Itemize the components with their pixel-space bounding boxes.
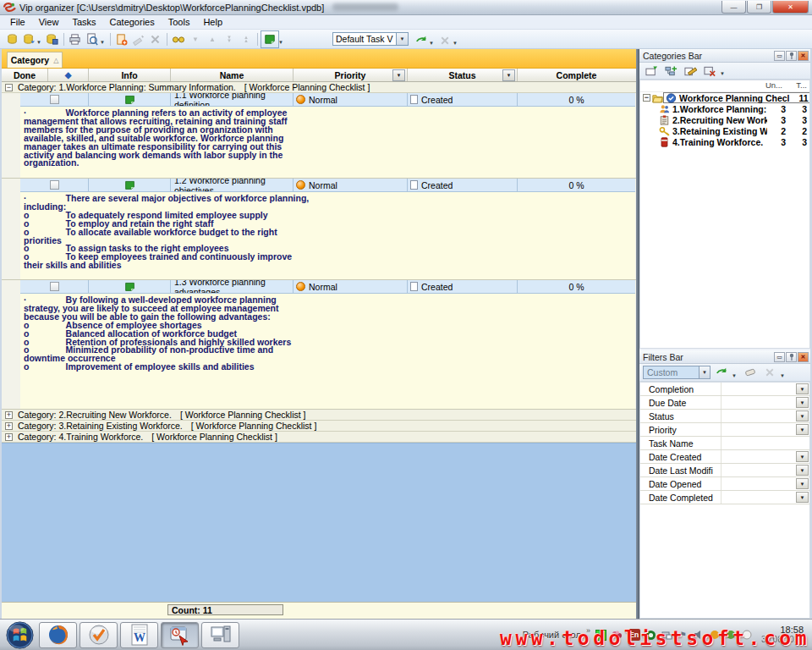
- delete-task-button[interactable]: [147, 31, 164, 47]
- panel-minimize-button[interactable]: ▭: [774, 352, 785, 362]
- collapse-icon[interactable]: −: [5, 84, 13, 91]
- info-cell[interactable]: [89, 93, 171, 107]
- column-header-priority-icon[interactable]: ◆: [48, 69, 89, 81]
- tree-item-category-4[interactable]: 4.Training Workforce. 3 3: [640, 136, 809, 147]
- filter-value-field[interactable]: [721, 477, 796, 490]
- panel-close-button[interactable]: ✕: [798, 51, 809, 61]
- filter-value-field[interactable]: [721, 464, 796, 476]
- task-row[interactable]: 1.2 Workforce planning objectives Normal…: [2, 179, 636, 192]
- clear-filter-button[interactable]: [742, 365, 759, 381]
- panel-pin-button[interactable]: [786, 352, 797, 362]
- delete-category-button[interactable]: [701, 63, 718, 79]
- info-cell[interactable]: [89, 280, 171, 294]
- print-preview-button[interactable]: [84, 31, 101, 47]
- panel-minimize-button[interactable]: ▭: [774, 51, 785, 61]
- menu-tools[interactable]: Tools: [162, 16, 197, 28]
- notes-toggle-button[interactable]: [261, 30, 279, 48]
- priority-filter-dropdown[interactable]: ▼: [392, 69, 405, 81]
- move-bottom-button[interactable]: ▼ ▼: [221, 31, 238, 47]
- info-cell[interactable]: [89, 179, 171, 192]
- taskbar-firefox-button[interactable]: [39, 622, 77, 648]
- edit-category-button[interactable]: [682, 63, 699, 79]
- apply-filter-button[interactable]: [713, 365, 730, 381]
- menu-file[interactable]: File: [3, 16, 32, 28]
- task-name-cell[interactable]: 1.2 Workforce planning objectives: [171, 179, 294, 192]
- new-subcategory-button[interactable]: [662, 63, 679, 79]
- combobox-arrow-icon[interactable]: ▼: [396, 33, 408, 45]
- status-filter-dropdown[interactable]: ▼: [502, 69, 515, 81]
- restore-button[interactable]: ❐: [747, 1, 771, 14]
- apply-filter-caret[interactable]: ▼: [732, 373, 737, 378]
- start-button[interactable]: [6, 621, 34, 649]
- close-button[interactable]: ✕: [772, 1, 809, 14]
- priority-cell[interactable]: Normal: [294, 280, 408, 294]
- panel-pin-button[interactable]: [786, 51, 797, 61]
- combobox-arrow-icon[interactable]: ▼: [699, 366, 710, 378]
- status-cell[interactable]: Created: [408, 93, 518, 107]
- category-group-row[interactable]: + Category: 3.Retaining Existing Workfor…: [2, 421, 636, 432]
- taskbar-computer-button[interactable]: [201, 622, 239, 648]
- priority-cell[interactable]: Normal: [294, 93, 408, 107]
- move-down-button[interactable]: ▼: [187, 31, 204, 47]
- expand-icon[interactable]: +: [5, 422, 13, 430]
- done-checkbox[interactable]: [50, 95, 59, 104]
- tree-collapse-icon[interactable]: −: [643, 94, 650, 102]
- category-group-row[interactable]: + Category: 2.Recruiting New Workforce. …: [2, 410, 636, 421]
- done-cell[interactable]: [20, 280, 89, 294]
- minimize-button[interactable]: —: [721, 1, 746, 14]
- taskbar-active-app-button[interactable]: [161, 622, 199, 648]
- group-by-category-tab[interactable]: Category △: [7, 52, 63, 68]
- filter-value-field[interactable]: [721, 423, 796, 436]
- uncompleted-column-header[interactable]: Un...: [760, 80, 785, 91]
- expand-icon[interactable]: +: [5, 433, 13, 441]
- filter-dropdown-button[interactable]: ▼: [796, 397, 809, 408]
- move-up-button[interactable]: ▲: [204, 31, 221, 47]
- clear-view-button[interactable]: [436, 32, 453, 48]
- view-glasses-button[interactable]: [170, 31, 187, 47]
- column-header-done[interactable]: Done: [2, 69, 48, 81]
- tree-item-category-1[interactable]: 1.Workforce Planning: Su 3 3: [640, 103, 809, 114]
- task-view-combobox[interactable]: Default Task V ▼: [332, 32, 409, 46]
- tree-item-category-2[interactable]: 2.Recruiting New Workfor 3 3: [640, 114, 809, 125]
- complete-cell[interactable]: 0 %: [518, 93, 635, 107]
- filter-dropdown-button[interactable]: ▼: [796, 465, 809, 476]
- expand-icon[interactable]: +: [5, 411, 13, 419]
- filter-preset-combobox[interactable]: Custom ▼: [643, 366, 710, 379]
- panel-close-button[interactable]: ✕: [798, 352, 809, 362]
- filter-value-field[interactable]: [721, 491, 796, 504]
- filter-value-field[interactable]: [721, 383, 796, 395]
- status-cell[interactable]: Created: [408, 179, 518, 192]
- edit-task-button[interactable]: [130, 31, 147, 47]
- task-row[interactable]: 1.1 Workforce planning definition Normal…: [2, 93, 636, 107]
- filter-dropdown-button[interactable]: ▼: [796, 424, 809, 435]
- new-task-button[interactable]: [113, 31, 130, 47]
- filters-toolbar-caret[interactable]: ▼: [780, 373, 785, 378]
- filter-dropdown-button[interactable]: ▼: [796, 383, 809, 394]
- filter-dropdown-button[interactable]: ▼: [796, 410, 809, 421]
- menu-tasks[interactable]: Tasks: [65, 16, 102, 28]
- menu-help[interactable]: Help: [196, 16, 229, 28]
- complete-cell[interactable]: 0 %: [518, 179, 635, 192]
- column-header-priority[interactable]: Priority ▼: [294, 69, 408, 81]
- open-database-button[interactable]: [20, 31, 37, 47]
- taskbar-organizer-button[interactable]: [80, 622, 118, 648]
- complete-cell[interactable]: 0 %: [518, 280, 635, 294]
- remove-filter-button[interactable]: [761, 365, 778, 381]
- tree-item-category-3[interactable]: 3.Retaining Existing Work 2 2: [640, 125, 809, 136]
- done-cell[interactable]: [20, 93, 89, 107]
- done-cell[interactable]: [20, 179, 89, 192]
- notes-dropdown-caret[interactable]: ▼: [278, 40, 283, 45]
- filter-dropdown-button[interactable]: ▼: [796, 492, 809, 503]
- task-name-cell[interactable]: 1.1 Workforce planning definition: [171, 93, 294, 107]
- tree-item-root[interactable]: − Workforce Planning Checl 11 11: [640, 92, 809, 103]
- menu-view[interactable]: View: [32, 16, 66, 28]
- task-row[interactable]: 1.3 Workforce planning advantages Normal…: [2, 280, 636, 294]
- status-cell[interactable]: Created: [408, 280, 518, 294]
- apply-view-caret[interactable]: ▼: [429, 41, 434, 46]
- print-button[interactable]: [67, 31, 84, 47]
- category-group-row[interactable]: + Category: 4.Training Workforce. [ Work…: [2, 432, 636, 443]
- filter-value-field[interactable]: [721, 437, 809, 449]
- task-name-cell[interactable]: 1.3 Workforce planning advantages: [171, 280, 294, 294]
- done-checkbox[interactable]: [50, 180, 59, 190]
- taskbar-word-button[interactable]: W: [120, 622, 158, 648]
